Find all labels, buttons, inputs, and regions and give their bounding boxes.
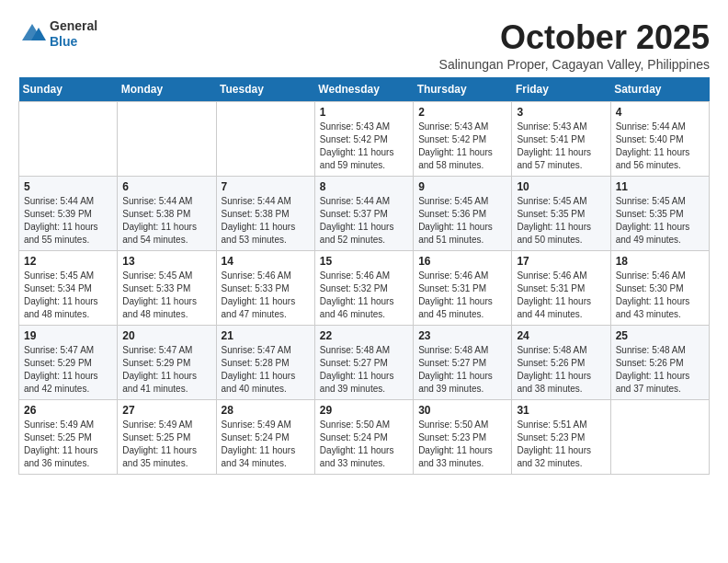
calendar-cell: 11Sunrise: 5:45 AM Sunset: 5:35 PM Dayli… (610, 177, 709, 251)
day-info: Sunrise: 5:47 AM Sunset: 5:28 PM Dayligh… (222, 344, 310, 396)
day-info: Sunrise: 5:49 AM Sunset: 5:24 PM Dayligh… (222, 419, 310, 470)
calendar-cell: 30Sunrise: 5:50 AM Sunset: 5:23 PM Dayli… (414, 400, 512, 475)
calendar-cell: 2Sunrise: 5:43 AM Sunset: 5:42 PM Daylig… (414, 102, 512, 177)
day-info: Sunrise: 5:43 AM Sunset: 5:41 PM Dayligh… (517, 121, 605, 172)
day-info: Sunrise: 5:43 AM Sunset: 5:42 PM Dayligh… (418, 121, 506, 172)
day-info: Sunrise: 5:49 AM Sunset: 5:25 PM Dayligh… (24, 419, 112, 470)
calendar-cell (216, 102, 314, 177)
day-number: 31 (517, 404, 605, 417)
calendar-cell: 16Sunrise: 5:46 AM Sunset: 5:31 PM Dayli… (414, 251, 512, 326)
day-info: Sunrise: 5:44 AM Sunset: 5:40 PM Dayligh… (616, 121, 704, 172)
calendar-cell: 25Sunrise: 5:48 AM Sunset: 5:26 PM Dayli… (610, 326, 709, 400)
day-info: Sunrise: 5:48 AM Sunset: 5:26 PM Dayligh… (616, 344, 704, 396)
day-info: Sunrise: 5:44 AM Sunset: 5:38 PM Dayligh… (122, 195, 210, 247)
logo-general-text: General (50, 18, 97, 33)
day-number: 19 (24, 329, 112, 342)
day-number: 11 (616, 180, 704, 193)
calendar-cell: 31Sunrise: 5:51 AM Sunset: 5:23 PM Dayli… (512, 400, 610, 475)
day-number: 13 (122, 255, 210, 268)
day-info: Sunrise: 5:44 AM Sunset: 5:39 PM Dayligh… (24, 195, 112, 247)
day-number: 26 (24, 404, 112, 417)
day-number: 2 (418, 106, 506, 119)
month-title: October 2025 (439, 18, 710, 57)
day-number: 5 (24, 180, 112, 193)
day-number: 9 (418, 180, 506, 193)
day-info: Sunrise: 5:48 AM Sunset: 5:27 PM Dayligh… (320, 344, 408, 396)
day-info: Sunrise: 5:48 AM Sunset: 5:26 PM Dayligh… (517, 344, 605, 396)
calendar-cell: 26Sunrise: 5:49 AM Sunset: 5:25 PM Dayli… (19, 400, 118, 475)
day-info: Sunrise: 5:51 AM Sunset: 5:23 PM Dayligh… (517, 419, 605, 470)
calendar-cell (19, 102, 118, 177)
calendar-cell: 27Sunrise: 5:49 AM Sunset: 5:25 PM Dayli… (118, 400, 216, 475)
day-info: Sunrise: 5:50 AM Sunset: 5:24 PM Dayligh… (320, 419, 408, 470)
calendar-cell: 1Sunrise: 5:43 AM Sunset: 5:42 PM Daylig… (314, 102, 413, 177)
calendar-week-5: 26Sunrise: 5:49 AM Sunset: 5:25 PM Dayli… (19, 400, 710, 475)
day-number: 1 (320, 106, 408, 119)
day-number: 20 (122, 329, 210, 342)
day-info: Sunrise: 5:45 AM Sunset: 5:35 PM Dayligh… (616, 195, 704, 247)
day-number: 12 (24, 255, 112, 268)
day-info: Sunrise: 5:46 AM Sunset: 5:32 PM Dayligh… (320, 270, 408, 321)
calendar-cell: 5Sunrise: 5:44 AM Sunset: 5:39 PM Daylig… (19, 177, 118, 251)
header-thursday: Thursday (414, 77, 512, 102)
day-number: 17 (517, 255, 605, 268)
day-number: 21 (222, 329, 310, 342)
day-number: 30 (418, 404, 506, 417)
day-info: Sunrise: 5:45 AM Sunset: 5:33 PM Dayligh… (122, 270, 210, 321)
day-number: 16 (418, 255, 506, 268)
day-number: 3 (517, 106, 605, 119)
calendar-week-4: 19Sunrise: 5:47 AM Sunset: 5:29 PM Dayli… (19, 326, 710, 400)
day-info: Sunrise: 5:45 AM Sunset: 5:34 PM Dayligh… (24, 270, 112, 321)
calendar-cell: 12Sunrise: 5:45 AM Sunset: 5:34 PM Dayli… (19, 251, 118, 326)
day-number: 18 (616, 255, 704, 268)
header-wednesday: Wednesday (314, 77, 413, 102)
day-info: Sunrise: 5:44 AM Sunset: 5:37 PM Dayligh… (320, 195, 408, 247)
calendar-cell: 4Sunrise: 5:44 AM Sunset: 5:40 PM Daylig… (610, 102, 709, 177)
calendar-cell: 22Sunrise: 5:48 AM Sunset: 5:27 PM Dayli… (314, 326, 413, 400)
calendar-cell: 18Sunrise: 5:46 AM Sunset: 5:30 PM Dayli… (610, 251, 709, 326)
day-number: 22 (320, 329, 408, 342)
day-info: Sunrise: 5:47 AM Sunset: 5:29 PM Dayligh… (122, 344, 210, 396)
weekday-header-row: Sunday Monday Tuesday Wednesday Thursday… (19, 77, 710, 102)
calendar-cell: 13Sunrise: 5:45 AM Sunset: 5:33 PM Dayli… (118, 251, 216, 326)
day-number: 27 (122, 404, 210, 417)
day-number: 6 (122, 180, 210, 193)
calendar-cell: 7Sunrise: 5:44 AM Sunset: 5:38 PM Daylig… (216, 177, 314, 251)
calendar-cell: 9Sunrise: 5:45 AM Sunset: 5:36 PM Daylig… (414, 177, 512, 251)
header: General Blue October 2025 Salinungan Pro… (18, 18, 710, 72)
day-number: 28 (222, 404, 310, 417)
logo-icon (18, 20, 46, 48)
day-number: 10 (517, 180, 605, 193)
day-info: Sunrise: 5:46 AM Sunset: 5:31 PM Dayligh… (418, 270, 506, 321)
calendar-cell: 10Sunrise: 5:45 AM Sunset: 5:35 PM Dayli… (512, 177, 610, 251)
day-info: Sunrise: 5:46 AM Sunset: 5:33 PM Dayligh… (222, 270, 310, 321)
calendar-page: General Blue October 2025 Salinungan Pro… (0, 0, 728, 484)
day-info: Sunrise: 5:45 AM Sunset: 5:35 PM Dayligh… (517, 195, 605, 247)
day-number: 25 (616, 329, 704, 342)
location-subtitle: Salinungan Proper, Cagayan Valley, Phili… (439, 57, 710, 72)
calendar-cell: 29Sunrise: 5:50 AM Sunset: 5:24 PM Dayli… (314, 400, 413, 475)
day-info: Sunrise: 5:49 AM Sunset: 5:25 PM Dayligh… (122, 419, 210, 470)
logo-blue-text: Blue (50, 34, 77, 49)
day-number: 23 (418, 329, 506, 342)
header-tuesday: Tuesday (216, 77, 314, 102)
day-info: Sunrise: 5:44 AM Sunset: 5:38 PM Dayligh… (222, 195, 310, 247)
day-info: Sunrise: 5:46 AM Sunset: 5:31 PM Dayligh… (517, 270, 605, 321)
calendar-cell (610, 400, 709, 475)
day-info: Sunrise: 5:46 AM Sunset: 5:30 PM Dayligh… (616, 270, 704, 321)
header-saturday: Saturday (610, 77, 709, 102)
calendar-cell (118, 102, 216, 177)
title-block: October 2025 Salinungan Proper, Cagayan … (439, 18, 710, 72)
calendar-cell: 21Sunrise: 5:47 AM Sunset: 5:28 PM Dayli… (216, 326, 314, 400)
calendar-cell: 3Sunrise: 5:43 AM Sunset: 5:41 PM Daylig… (512, 102, 610, 177)
logo: General Blue (18, 18, 97, 50)
day-number: 7 (222, 180, 310, 193)
calendar-cell: 15Sunrise: 5:46 AM Sunset: 5:32 PM Dayli… (314, 251, 413, 326)
header-sunday: Sunday (19, 77, 118, 102)
calendar-cell: 24Sunrise: 5:48 AM Sunset: 5:26 PM Dayli… (512, 326, 610, 400)
day-info: Sunrise: 5:50 AM Sunset: 5:23 PM Dayligh… (418, 419, 506, 470)
calendar-week-3: 12Sunrise: 5:45 AM Sunset: 5:34 PM Dayli… (19, 251, 710, 326)
calendar-cell: 20Sunrise: 5:47 AM Sunset: 5:29 PM Dayli… (118, 326, 216, 400)
day-number: 15 (320, 255, 408, 268)
day-info: Sunrise: 5:43 AM Sunset: 5:42 PM Dayligh… (320, 121, 408, 172)
